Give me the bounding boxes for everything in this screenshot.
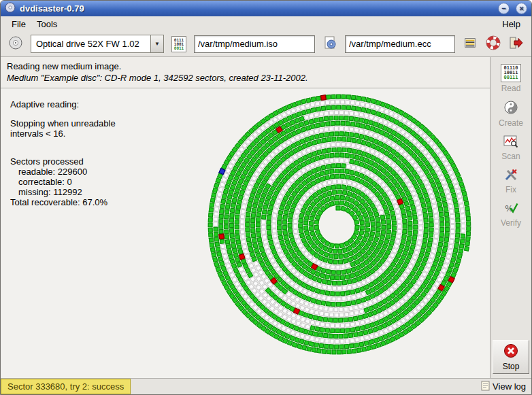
sector-status-message: Sector 333680, try 2: success bbox=[1, 379, 131, 394]
svg-text:%: % bbox=[505, 203, 513, 213]
image-file-icon: 0111 1001 0011 bbox=[171, 36, 186, 52]
missing-count: missing: 112992 bbox=[10, 187, 116, 197]
tools-fix-icon bbox=[503, 168, 518, 184]
app-window: dvdisaster-0.79 − × File Tools Help Opti… bbox=[0, 0, 532, 395]
info-gap bbox=[10, 139, 116, 148]
yin-yang-create-icon bbox=[503, 100, 518, 117]
stopping-condition-line1: Stopping when unreadable bbox=[10, 118, 116, 128]
stop-label: Stop bbox=[503, 362, 520, 371]
stop-icon bbox=[503, 343, 518, 360]
ecc-file-icon-button[interactable] bbox=[320, 34, 340, 54]
reading-info: Adaptive reading: Stopping when unreadab… bbox=[10, 99, 116, 207]
preferences-button[interactable] bbox=[460, 34, 480, 54]
view-log-label: View log bbox=[493, 381, 526, 392]
lifebelt-help-icon bbox=[486, 35, 501, 52]
iso-path-input[interactable] bbox=[194, 35, 315, 53]
drive-select[interactable]: Optical drive 52X FW 1.02 ▼ bbox=[31, 35, 164, 53]
info-gap bbox=[10, 109, 116, 118]
minimize-button[interactable]: − bbox=[498, 3, 510, 14]
verify-check-icon: % bbox=[503, 201, 518, 217]
drive-icon-button[interactable] bbox=[5, 34, 26, 54]
status-panel: Reading new medium image. Medium "Exampl… bbox=[1, 57, 490, 88]
scan-label: Scan bbox=[501, 152, 520, 161]
create-label: Create bbox=[499, 118, 523, 128]
drive-select-value: Optical drive 52X FW 1.02 bbox=[31, 35, 150, 52]
stopping-condition-line2: intervals < 16. bbox=[10, 128, 116, 139]
ecc-path-input[interactable] bbox=[345, 35, 455, 53]
help-button[interactable] bbox=[483, 34, 503, 54]
preferences-icon bbox=[463, 36, 477, 52]
view-log-button[interactable]: View log bbox=[476, 379, 531, 394]
scan-chart-icon bbox=[503, 135, 518, 150]
stop-button[interactable]: Stop bbox=[493, 340, 529, 374]
status-line1: Reading new medium image. bbox=[7, 61, 484, 72]
main-area: Adaptive reading: Stopping when unreadab… bbox=[1, 88, 490, 378]
read-icon-row: 00111 bbox=[503, 75, 518, 80]
toolbar: Optical drive 52X FW 1.02 ▼ 0111 1001 00… bbox=[1, 31, 531, 57]
titlebar[interactable]: dvdisaster-0.79 − × bbox=[1, 1, 531, 16]
image-file-icon-button[interactable]: 0111 1001 0011 bbox=[169, 34, 189, 54]
create-button[interactable]: Create bbox=[493, 97, 529, 130]
menu-tools[interactable]: Tools bbox=[31, 18, 63, 31]
readable-count: readable: 229600 bbox=[10, 167, 116, 177]
body: Reading new medium image. Medium "Exampl… bbox=[1, 57, 531, 378]
menu-file[interactable]: File bbox=[6, 18, 31, 31]
correctable-count: correctable: 0 bbox=[10, 177, 116, 187]
read-label: Read bbox=[501, 84, 521, 93]
read-icon: 01110 10011 00111 bbox=[501, 64, 520, 82]
chevron-down-icon: ▼ bbox=[150, 35, 163, 52]
info-gap bbox=[10, 148, 116, 156]
ecc-file-icon bbox=[322, 35, 337, 52]
sidebar: 01110 10011 00111 Read Create Scan bbox=[491, 57, 531, 378]
image-icon-row: 0011 bbox=[174, 46, 184, 50]
read-button[interactable]: 01110 10011 00111 Read bbox=[493, 61, 529, 95]
close-button[interactable]: × bbox=[516, 3, 527, 14]
verify-label: Verify bbox=[501, 218, 521, 228]
fix-label: Fix bbox=[505, 185, 516, 194]
verify-button[interactable]: % Verify bbox=[493, 199, 529, 230]
menubar: File Tools Help bbox=[1, 16, 531, 31]
app-icon bbox=[5, 2, 16, 15]
menu-help[interactable]: Help bbox=[497, 18, 526, 31]
drive-icon bbox=[8, 35, 23, 52]
disc-spiral bbox=[202, 90, 474, 362]
scan-button[interactable]: Scan bbox=[493, 132, 529, 163]
sectors-processed-label: Sectors processed bbox=[10, 156, 116, 167]
adaptive-reading-label: Adaptive reading: bbox=[10, 99, 116, 109]
left-column: Reading new medium image. Medium "Exampl… bbox=[1, 57, 491, 378]
fix-button[interactable]: Fix bbox=[493, 165, 529, 196]
statusbar: Sector 333680, try 2: success View log bbox=[1, 378, 531, 394]
quit-exit-icon bbox=[509, 35, 524, 52]
total-recoverable: Total recoverable: 67.0% bbox=[10, 197, 116, 207]
status-line2: Medium "Example disc": CD-R mode 1, 3425… bbox=[7, 72, 484, 84]
log-file-icon bbox=[481, 381, 490, 393]
toolbar-right-group bbox=[460, 34, 527, 54]
quit-button[interactable] bbox=[506, 34, 527, 54]
window-title: dvdisaster-0.79 bbox=[20, 3, 84, 14]
